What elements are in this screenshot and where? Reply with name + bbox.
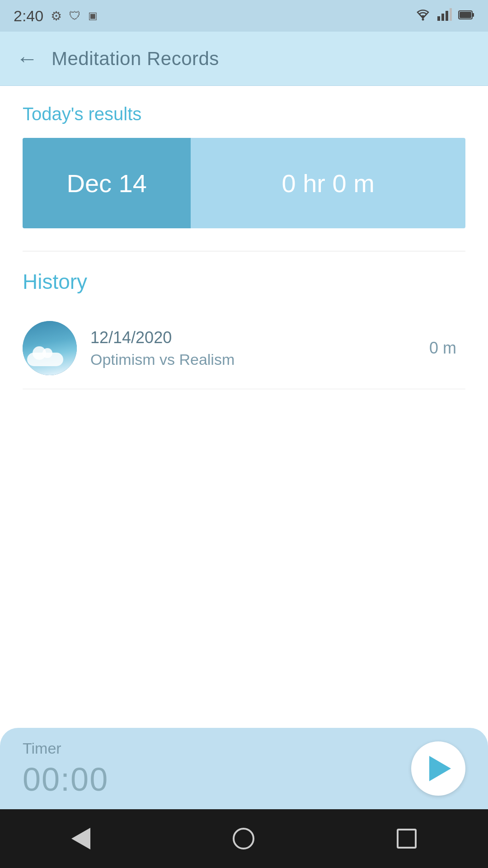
today-date-value: Dec 14 (66, 169, 146, 198)
avatar-image (23, 321, 77, 375)
status-time: 2:40 (14, 7, 43, 25)
nav-recents-icon (397, 829, 417, 849)
svg-rect-3 (446, 11, 448, 21)
nav-recents-button[interactable] (397, 829, 417, 849)
todays-results-section: Today's results Dec 14 0 hr 0 m (23, 104, 465, 228)
nav-back-button[interactable] (71, 828, 90, 849)
history-item-name: Optimism vs Realism (90, 351, 416, 368)
nav-home-button[interactable] (233, 828, 254, 849)
status-right (415, 8, 474, 24)
today-card: Dec 14 0 hr 0 m (23, 138, 465, 228)
battery-icon (458, 9, 474, 23)
shield-icon: 🛡 (69, 9, 81, 23)
svg-rect-6 (472, 13, 474, 17)
memory-icon: ▣ (88, 10, 98, 22)
svg-rect-7 (460, 12, 471, 18)
back-button[interactable]: ← (16, 48, 38, 70)
timer-value: 00:00 (23, 761, 108, 798)
android-nav-bar (0, 809, 488, 868)
section-divider (23, 251, 465, 251)
main-content: Today's results Dec 14 0 hr 0 m History … (0, 86, 488, 389)
signal-icon (437, 8, 452, 24)
timer-display: Timer 00:00 (23, 740, 108, 798)
history-section-title: History (23, 269, 465, 294)
history-item-info: 12/14/2020 Optimism vs Realism (90, 328, 416, 368)
today-duration-cell: 0 hr 0 m (191, 138, 465, 228)
history-item-duration: 0 m (429, 339, 465, 358)
today-section-title: Today's results (23, 104, 465, 124)
history-section: History 12/14/2020 Optimism vs Realism 0… (23, 269, 465, 389)
svg-rect-2 (441, 14, 444, 21)
status-bar: 2:40 ⚙ 🛡 ▣ (0, 0, 488, 32)
svg-rect-1 (437, 16, 440, 21)
svg-point-0 (422, 18, 424, 20)
wifi-icon (415, 8, 431, 24)
timer-label: Timer (23, 740, 108, 757)
cloud-decoration (27, 353, 63, 366)
svg-rect-4 (450, 8, 452, 21)
page-title: Meditation Records (52, 48, 219, 70)
today-date-cell: Dec 14 (23, 138, 191, 228)
settings-icon: ⚙ (51, 9, 62, 24)
nav-home-icon (233, 828, 254, 849)
history-item[interactable]: 12/14/2020 Optimism vs Realism 0 m (23, 312, 465, 389)
timer-play-button[interactable] (411, 741, 465, 796)
timer-bar: Timer 00:00 (0, 728, 488, 809)
history-item-avatar (23, 321, 77, 375)
status-left: 2:40 ⚙ 🛡 ▣ (14, 7, 98, 25)
nav-back-icon (71, 828, 90, 849)
history-item-date: 12/14/2020 (90, 328, 416, 347)
app-bar: ← Meditation Records (0, 32, 488, 86)
today-duration-value: 0 hr 0 m (282, 169, 374, 198)
play-icon (429, 756, 451, 781)
